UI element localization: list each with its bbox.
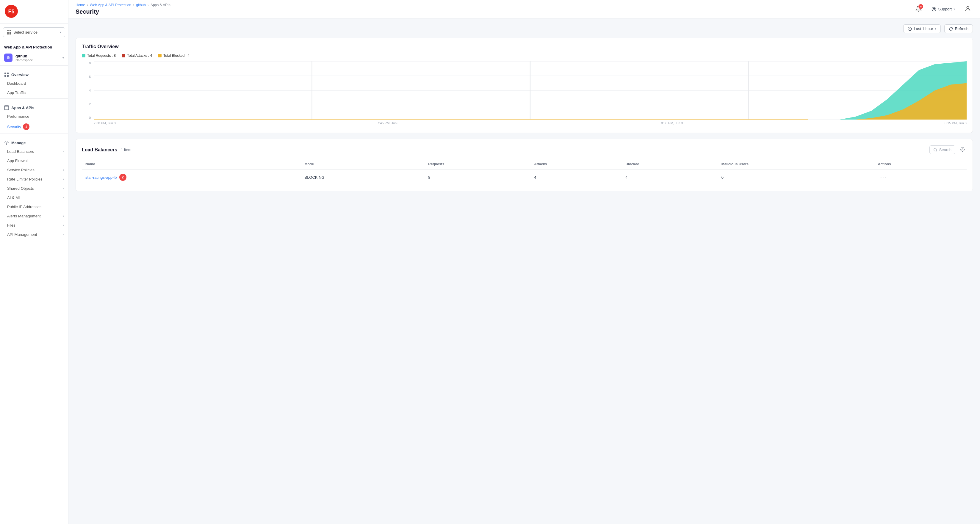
time-filter-button[interactable]: Last 1 hour ▾ bbox=[903, 24, 941, 33]
sidebar-item-rate-limiter[interactable]: Rate Limiter Policies › bbox=[0, 175, 68, 184]
legend-dot-requests bbox=[82, 54, 85, 57]
legend-total-requests: Total Requests : 8 bbox=[82, 54, 116, 58]
svg-rect-2 bbox=[5, 73, 6, 75]
sidebar-item-files[interactable]: Files › bbox=[0, 221, 68, 230]
sidebar-item-public-ip[interactable]: Public IP Addresses bbox=[0, 202, 68, 211]
table-row: star-ratings-app-lb 2 BLOCKING 8 4 4 0 ·… bbox=[82, 170, 967, 185]
time-controls: Last 1 hour ▾ Refresh bbox=[76, 24, 973, 33]
breadcrumb-home[interactable]: Home bbox=[76, 3, 85, 7]
lb-name-link[interactable]: star-ratings-app-lb 2 bbox=[85, 174, 297, 181]
legend-total-blocked: Total Blocked : 4 bbox=[158, 54, 189, 58]
svg-line-11 bbox=[933, 8, 934, 9]
refresh-icon bbox=[949, 27, 953, 31]
overview-section-header[interactable]: Overview bbox=[0, 69, 68, 79]
main-content: Home › Web App & API Protection › github… bbox=[68, 0, 980, 524]
apps-apis-label: Apps & APIs bbox=[11, 106, 35, 110]
nav-section-manage: Manage Load Balancers › App Firewall Ser… bbox=[0, 137, 68, 239]
svg-point-29 bbox=[934, 148, 937, 151]
svg-line-12 bbox=[934, 10, 935, 10]
sidebar-item-shared-objects[interactable]: Shared Objects › bbox=[0, 184, 68, 193]
sidebar-item-api-management[interactable]: API Management › bbox=[0, 230, 68, 239]
col-requests: Requests bbox=[425, 159, 530, 170]
cell-mode: BLOCKING bbox=[301, 170, 425, 185]
notification-badge: 5 bbox=[918, 4, 923, 9]
notification-button[interactable]: 5 bbox=[914, 3, 924, 14]
svg-rect-4 bbox=[5, 75, 6, 77]
section-web-app-title: Web App & API Protection bbox=[0, 41, 68, 51]
chevron-down-icon: ▾ bbox=[60, 31, 61, 34]
refresh-button[interactable]: Refresh bbox=[944, 24, 973, 33]
namespace-chevron-icon: ▾ bbox=[62, 56, 64, 59]
cell-attacks: 4 bbox=[530, 170, 622, 185]
aiml-chevron-icon: › bbox=[63, 196, 64, 199]
sidebar-item-alerts[interactable]: Alerts Management › bbox=[0, 211, 68, 221]
settings-icon bbox=[960, 147, 965, 152]
chart-drawing-area bbox=[94, 61, 967, 119]
select-service-dropdown[interactable]: Select service ▾ bbox=[3, 27, 65, 37]
sp-chevron-icon: › bbox=[63, 168, 64, 171]
legend-dot-blocked bbox=[158, 54, 162, 57]
chart-legend: Total Requests : 8 Total Attacks : 4 Tot… bbox=[82, 54, 967, 58]
sidebar-item-security[interactable]: Security 1 bbox=[0, 121, 68, 132]
f5-logo: F5 bbox=[5, 5, 18, 18]
sidebar-item-load-balancers[interactable]: Load Balancers › bbox=[0, 147, 68, 156]
namespace-name: github bbox=[16, 54, 59, 58]
col-mode: Mode bbox=[301, 159, 425, 170]
sidebar: F5 Select service ▾ Web App & API Protec… bbox=[0, 0, 68, 524]
cell-malicious-users: 0 bbox=[718, 170, 874, 185]
sidebar-item-dashboard[interactable]: Dashboard bbox=[0, 79, 68, 88]
settings-button[interactable] bbox=[958, 145, 967, 154]
sidebar-item-app-traffic[interactable]: App Traffic bbox=[0, 88, 68, 97]
support-label: Support bbox=[938, 7, 952, 11]
rl-chevron-icon: › bbox=[63, 178, 64, 181]
sidebar-item-ai-ml[interactable]: AI & ML › bbox=[0, 193, 68, 202]
sidebar-divider-1 bbox=[0, 65, 68, 66]
refresh-label: Refresh bbox=[955, 27, 969, 31]
manage-icon bbox=[4, 140, 9, 145]
clock-icon bbox=[908, 27, 912, 31]
namespace-item[interactable]: G github Namespace ▾ bbox=[0, 51, 68, 64]
col-blocked: Blocked bbox=[622, 159, 718, 170]
row-actions-button[interactable]: ··· bbox=[878, 173, 889, 181]
user-button[interactable] bbox=[963, 3, 973, 14]
sidebar-item-app-firewall[interactable]: App Firewall bbox=[0, 156, 68, 165]
search-box[interactable]: Search bbox=[929, 145, 955, 154]
svg-point-31 bbox=[962, 149, 963, 150]
cell-blocked: 4 bbox=[622, 170, 718, 185]
traffic-overview-title: Traffic Overview bbox=[82, 44, 967, 49]
load-balancers-table: Name Mode Requests Attacks Blocked Malic… bbox=[82, 159, 967, 185]
breadcrumb-web-app[interactable]: Web App & API Protection bbox=[90, 3, 131, 7]
col-malicious-users: Malicious Users bbox=[718, 159, 874, 170]
svg-point-10 bbox=[933, 8, 935, 10]
logo-area: F5 bbox=[0, 0, 68, 24]
apimgmt-chevron-icon: › bbox=[63, 233, 64, 236]
svg-text:F5: F5 bbox=[8, 9, 14, 14]
user-icon bbox=[964, 5, 971, 12]
search-placeholder: Search bbox=[939, 148, 951, 152]
breadcrumb-github[interactable]: github bbox=[136, 3, 146, 7]
support-button[interactable]: Support ▾ bbox=[929, 5, 958, 13]
svg-rect-3 bbox=[7, 73, 9, 75]
nav-section-apps-apis: Apps & APIs Performance Security 1 bbox=[0, 102, 68, 132]
col-name: Name bbox=[82, 159, 301, 170]
col-actions: Actions bbox=[874, 159, 967, 170]
traffic-chart: 8 6 4 2 0 bbox=[82, 61, 967, 127]
chart-svg bbox=[94, 61, 967, 119]
sidebar-item-service-policies[interactable]: Service Policies › bbox=[0, 165, 68, 175]
support-icon bbox=[932, 7, 936, 12]
time-filter-label: Last 1 hour bbox=[914, 27, 933, 31]
namespace-avatar: G bbox=[4, 54, 13, 62]
sidebar-divider-2 bbox=[0, 98, 68, 99]
manage-section-header[interactable]: Manage bbox=[0, 137, 68, 147]
traffic-overview-card: Traffic Overview Total Requests : 8 Tota… bbox=[76, 38, 973, 133]
apps-apis-section-header[interactable]: Apps & APIs bbox=[0, 102, 68, 112]
legend-total-attacks: Total Attacks : 4 bbox=[122, 54, 152, 58]
svg-line-30 bbox=[936, 151, 937, 151]
lb-chevron-icon: › bbox=[63, 150, 64, 153]
sidebar-item-performance[interactable]: Performance bbox=[0, 112, 68, 121]
files-chevron-icon: › bbox=[63, 224, 64, 227]
grid-icon bbox=[7, 30, 11, 35]
page-title: Security bbox=[76, 8, 170, 15]
overview-icon bbox=[4, 72, 9, 77]
item-count: 1 item bbox=[121, 148, 131, 152]
